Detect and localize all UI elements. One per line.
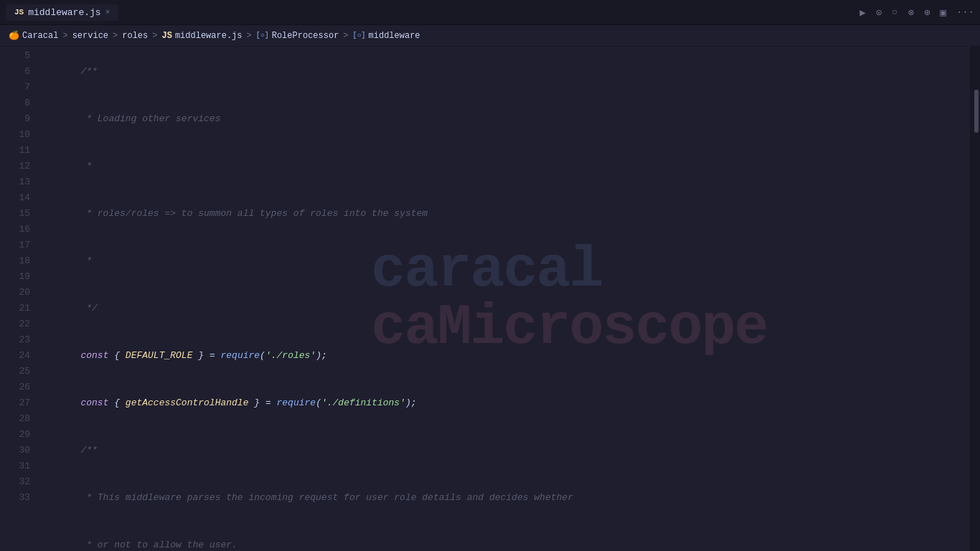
code-line-17: * or not to allow the user.	[36, 522, 970, 551]
layout-icon[interactable]: ▣	[940, 6, 946, 19]
editor-area: caracal caMicroscope 5 6 7 8 9 10 11 12 …	[0, 47, 980, 551]
js-icon: JS	[14, 8, 24, 17]
active-tab[interactable]: JS middleware.js ×	[6, 4, 118, 21]
add-icon[interactable]: ⊕	[924, 6, 930, 19]
more-icon[interactable]: ···	[956, 6, 974, 18]
breadcrumb-middleware[interactable]: middleware	[369, 31, 420, 41]
titlebar: JS middleware.js × ▶ ⊙ ○ ⊗ ⊕ ▣ ···	[0, 0, 980, 25]
code-editor[interactable]: /** * Loading other services * * roles/r…	[36, 47, 970, 551]
code-line-12: const { DEFAULT_ROLE } = require('./role…	[36, 332, 970, 380]
code-line-6: /**	[36, 48, 970, 95]
code-line-11: */	[36, 285, 970, 332]
line-numbers: 5 6 7 8 9 10 11 12 13 14 15 16 17 18 19 …	[0, 47, 36, 551]
breadcrumb-roles[interactable]: roles	[122, 31, 148, 41]
circle-icon[interactable]: ○	[892, 6, 897, 18]
code-line-7: * Loading other services	[36, 95, 970, 143]
breadcrumb: 🍊 Caracal > service > roles > JS middlew…	[0, 25, 980, 47]
breadcrumb-role-processor[interactable]: RoleProcessor	[272, 31, 339, 41]
breadcrumb-js-badge: JS	[161, 31, 171, 41]
toolbar-right: ▶ ⊙ ○ ⊗ ⊕ ▣ ···	[859, 6, 974, 19]
breadcrumb-middleware-icon: [○]	[353, 32, 366, 39]
code-line-15: /**	[36, 427, 970, 474]
code-line-8: *	[36, 143, 970, 190]
debug-icon[interactable]: ⊙	[876, 6, 882, 19]
scrollbar[interactable]	[970, 47, 980, 551]
scrollbar-thumb[interactable]	[974, 90, 979, 133]
tab-close-button[interactable]: ×	[105, 8, 110, 17]
breadcrumb-role-processor-icon: [○]	[256, 32, 269, 39]
tab-bar: JS middleware.js ×	[6, 4, 118, 21]
code-line-10: *	[36, 237, 970, 285]
tab-filename: middleware.js	[28, 7, 100, 18]
code-line-9: * roles/roles => to summon all types of …	[36, 190, 970, 237]
breadcrumb-service[interactable]: service	[72, 31, 108, 41]
code-line-16: * This middleware parses the incoming re…	[36, 474, 970, 522]
target-icon[interactable]: ⊗	[908, 6, 913, 19]
breadcrumb-project-icon: 🍊	[9, 30, 19, 41]
breadcrumb-caracal[interactable]: Caracal	[22, 31, 58, 41]
breadcrumb-middleware-file[interactable]: middleware.js	[175, 31, 242, 41]
code-line-13: const { getAccessControlHandle } = requi…	[36, 380, 970, 427]
run-icon[interactable]: ▶	[859, 6, 865, 19]
